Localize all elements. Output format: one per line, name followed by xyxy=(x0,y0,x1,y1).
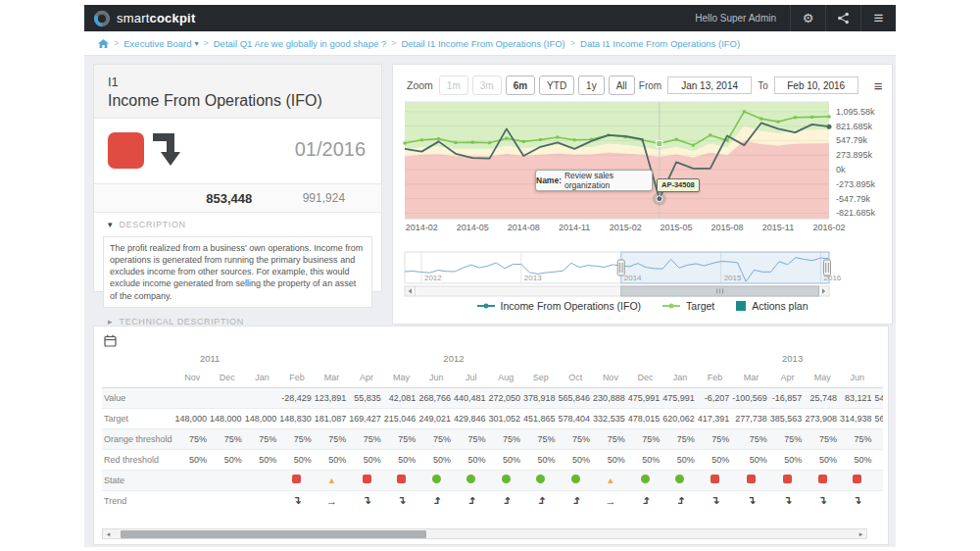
home-icon[interactable] xyxy=(98,38,109,49)
table-cell-red: 50% xyxy=(770,449,806,470)
breadcrumb-separator: > xyxy=(570,38,575,48)
legend-label: Actions plan xyxy=(752,300,808,312)
scroll-left-arrow[interactable]: ◂ xyxy=(103,529,114,538)
trend-down-arrow-icon: ↴ xyxy=(397,494,406,507)
kpi-period: 01/2016 xyxy=(295,138,366,161)
table-month-header: Nov xyxy=(593,368,628,387)
chevron-down-icon: ▾ xyxy=(194,39,198,48)
table-cell-orange: 75% xyxy=(418,428,454,449)
table-cell-trend: ↴ xyxy=(840,490,875,511)
breadcrumb-item-3[interactable]: Detail I1 Income From Operations (IFO) xyxy=(401,38,564,49)
from-date-input[interactable] xyxy=(667,76,752,94)
state-red-icon xyxy=(397,475,406,483)
table-cell-state xyxy=(805,470,840,490)
table-cell-value xyxy=(245,387,280,408)
to-date-input[interactable] xyxy=(774,76,858,94)
table-cell-state: ▲ xyxy=(315,470,350,490)
table-scrollbar-thumb[interactable] xyxy=(121,530,426,538)
table-cell-trend: ↴ xyxy=(770,490,806,511)
zoom-range-button-all[interactable]: All xyxy=(609,75,635,95)
table-cell-value: 83,121 xyxy=(840,387,875,408)
stock-chart[interactable]: 1,095.58k821.685k547.79k273.895k0k-273.8… xyxy=(393,100,894,298)
brand-logo[interactable]: smartcockpit xyxy=(84,10,195,27)
kpi-red-status-icon xyxy=(108,132,144,169)
navigator-handle-left[interactable] xyxy=(617,260,624,276)
data-table-card: 201120122013NovDecJanFebMarAprMayJunJulA… xyxy=(93,326,889,545)
table-month-header: Sep xyxy=(523,368,559,387)
breadcrumb-item-4[interactable]: Data I1 Income From Operations (IFO) xyxy=(580,38,740,49)
table-month-header: Apr xyxy=(349,368,384,387)
table-month-header: Dec xyxy=(628,368,663,387)
table-cell-value: 55,835 xyxy=(349,387,384,408)
legend-marker-icon xyxy=(736,301,746,311)
smartcockpit-logo-icon xyxy=(93,10,111,27)
table-cell-value: 272,050 xyxy=(488,387,523,408)
table-cell-target: 169,427 xyxy=(349,408,384,428)
table-cell-orange: 75% xyxy=(732,428,770,449)
action-plan-flag[interactable]: AP-34508 xyxy=(657,178,700,192)
breadcrumb-item-1[interactable]: Executive Board xyxy=(123,38,191,49)
breadcrumb-item-2[interactable]: Detail Q1 Are we globally in good shape … xyxy=(214,38,386,49)
x-axis-tick-label: 2016-02 xyxy=(812,223,845,232)
table-month-header: May xyxy=(384,368,419,387)
kpi-description-text: The profit realized from a business' own… xyxy=(103,236,372,308)
ifo-selected-point[interactable] xyxy=(657,196,662,202)
zoom-range-button-1y[interactable]: 1y xyxy=(578,75,605,95)
navigator-selection[interactable] xyxy=(621,252,829,283)
chart-context-menu-icon[interactable]: ≡ xyxy=(874,78,883,93)
legend-item-3[interactable]: Actions plan xyxy=(736,300,808,312)
table-cell-red: 50% xyxy=(523,449,559,470)
table-cell-red: 50% xyxy=(874,449,883,470)
share-icon[interactable] xyxy=(825,5,860,31)
settings-gear-icon[interactable]: ⚙ xyxy=(790,5,825,31)
table-cell-value: 547,808 xyxy=(874,387,883,408)
table-cell-red: 50% xyxy=(175,449,211,470)
table-cell-red: 50% xyxy=(732,449,770,470)
table-cell-state xyxy=(210,470,245,490)
scroll-right-arrow[interactable]: ▸ xyxy=(856,529,866,538)
table-cell-value: 565,846 xyxy=(559,387,594,408)
navigator-handle-right[interactable] xyxy=(824,260,831,276)
table-row-label: Red threshold xyxy=(102,449,175,470)
table-cell-red: 50% xyxy=(662,449,698,470)
trend-up-arrow-icon: ↴ xyxy=(641,494,650,507)
legend-item-1[interactable]: Income From Operations (IFO) xyxy=(477,300,642,312)
state-green-icon xyxy=(536,475,545,483)
kpi-data-table: 201120122013NovDecJanFebMarAprMayJunJulA… xyxy=(102,348,883,511)
table-row-orange: Orange threshold75%75%75%75%75%75%75%75%… xyxy=(102,428,883,449)
zoom-label: Zoom xyxy=(407,79,433,91)
table-cell-orange: 75% xyxy=(628,428,663,449)
description-accordion-header[interactable]: ▾ DESCRIPTION xyxy=(94,213,381,236)
zoom-range-button-6m[interactable]: 6m xyxy=(506,75,535,95)
state-green-icon xyxy=(466,475,475,483)
table-cell-orange: 75% xyxy=(523,428,559,449)
table-cell-red: 50% xyxy=(805,449,840,470)
table-cell-trend: → xyxy=(315,490,350,511)
table-cell-value: -16,857 xyxy=(770,387,806,408)
table-cell-red: 50% xyxy=(315,449,350,470)
table-month-header: Mar xyxy=(732,368,770,387)
top-header-bar: smartcockpit Hello Super Admin ⚙ ≡ xyxy=(84,5,896,31)
trend-down-arrow-icon: ↴ xyxy=(710,494,719,507)
table-cell-value: 230,888 xyxy=(593,387,628,408)
table-horizontal-scrollbar[interactable]: ◂ ▸ xyxy=(102,528,867,539)
x-axis-tick-label: 2015-11 xyxy=(762,223,794,232)
kpi-target-value: 991,924 xyxy=(303,191,345,205)
zoom-range-button-ytd[interactable]: YTD xyxy=(539,75,574,95)
y-axis-tick-label: 1,095.58k xyxy=(836,107,875,117)
table-cell-state xyxy=(175,470,211,490)
table-row-trend: Trend↴→↴↴↴↴↴↴↴→↴↴↴↴↴↴↴↴ xyxy=(102,490,883,511)
legend-label: Income From Operations (IFO) xyxy=(501,300,642,312)
table-cell-target: 148,000 xyxy=(210,408,245,428)
legend-item-2[interactable]: Target xyxy=(662,300,714,312)
main-menu-icon[interactable]: ≡ xyxy=(860,5,896,31)
table-month-header: Jul xyxy=(874,368,883,387)
breadcrumb-separator: > xyxy=(391,38,396,48)
table-month-header: Jun xyxy=(418,368,454,387)
table-month-header: Jan xyxy=(245,368,280,387)
navigator-year-label: 2013 xyxy=(524,274,542,282)
table-cell-state xyxy=(523,470,559,490)
screenshot-canvas: smartcockpit Hello Super Admin ⚙ ≡ xyxy=(0,0,980,551)
table-cell-trend: ↴ xyxy=(559,490,594,511)
table-month-header: Jul xyxy=(454,368,489,387)
